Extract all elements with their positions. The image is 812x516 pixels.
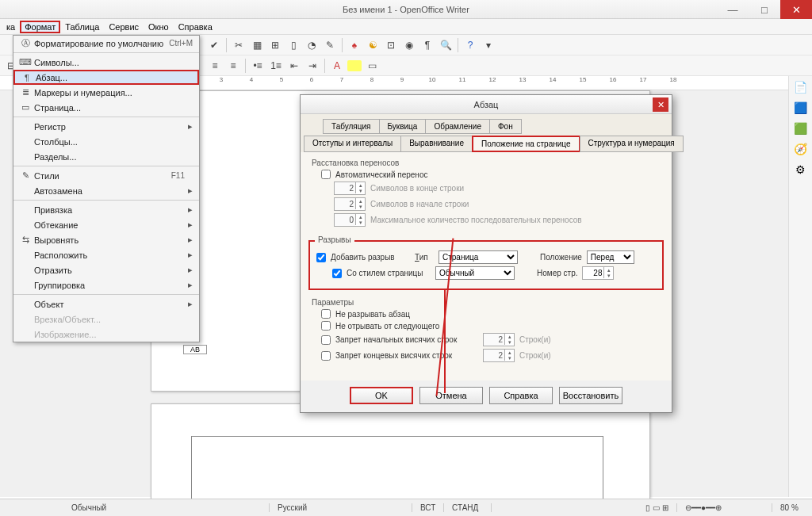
menu-tools[interactable]: Сервис [104,21,144,33]
keep-with-next-checkbox[interactable] [321,321,331,331]
menu-default-formatting[interactable]: Ⓐ Форматирование по умолчанию Ctrl+M [13,36,199,51]
list-number-icon[interactable]: 1≡ [268,58,284,74]
menu-item-icon: ▭ [17,102,34,113]
menu-item-12[interactable]: Расположить ▸ [13,247,199,262]
draw-icon[interactable]: ✎ [322,37,338,53]
nav-panel-icon[interactable]: 🧭 [793,143,809,159]
tab-outline[interactable]: Структура и нумерация [580,136,684,152]
menu-item-15[interactable]: Объект ▸ [13,296,199,312]
status-style[interactable]: Обычный [63,503,270,512]
more-icon[interactable]: ▾ [481,37,496,53]
zoom-slider[interactable]: ⊖━━●━━⊕ [677,503,772,512]
menu-item-3[interactable]: ▭ Страница... [13,100,199,115]
tab-tabs[interactable]: Табуляция [323,119,380,134]
close-button[interactable]: ✕ [780,0,812,19]
gallery-panel-icon[interactable]: 🟩 [793,122,809,138]
auto-hyphen-checkbox[interactable] [321,170,331,179]
table-icon[interactable]: ▦ [249,37,265,53]
status-lang[interactable]: Русский [270,503,412,512]
submenu-arrow-icon: ▸ [188,265,196,275]
status-ins[interactable]: ВСТ [412,503,444,512]
menu-item-2[interactable]: ≣ Маркеры и нумерация... [13,85,199,100]
menu-item-0[interactable]: ⌨ Символы... [13,55,199,70]
zoom-icon[interactable]: 🔍 [438,37,454,53]
chars-start-label: Символов в начале строки [370,200,469,208]
menu-format[interactable]: Формат [20,21,60,33]
menu-item-9[interactable]: Привязка ▸ [13,202,199,217]
menu-item-8[interactable]: Автозамена ▸ [13,183,199,198]
page-style-checkbox[interactable] [332,269,342,278]
chars-start-spinner[interactable]: ▴▾ [334,197,366,211]
abc-icon[interactable]: ✔ [206,37,222,53]
list-bullet-icon[interactable]: •≡ [250,58,266,74]
page-style-label: Со стилем страницы [347,269,431,277]
minimize-button[interactable]: — [717,0,749,19]
zoom-value[interactable]: 80 % [772,503,812,512]
menu-item-6[interactable]: Разделы... [13,149,199,164]
insert-break-checkbox[interactable] [316,253,326,262]
menu-item-10[interactable]: Обтекание ▸ [13,217,199,232]
menu-item-13[interactable]: Отразить ▸ [13,262,199,277]
pagenum-spinner[interactable]: ▴▾ [582,266,614,280]
keep-together-label: Не разрывать абзац [335,310,410,319]
indent-dec-icon[interactable]: ⇤ [286,58,302,74]
tab-borders[interactable]: Обрамление [425,119,490,134]
menu-item-14[interactable]: Группировка ▸ [13,277,199,292]
menu-table[interactable]: Таблица [60,21,104,33]
page-style-select[interactable]: Обычный [435,266,515,280]
menu-item-7[interactable]: ✎ Стили F11 [13,168,199,183]
help-icon[interactable]: ? [462,37,478,53]
widow-checkbox[interactable] [321,351,331,361]
columns-icon[interactable]: ▯ [285,37,301,53]
clear-format-icon: Ⓐ [17,37,34,49]
position-select[interactable]: Перед [587,250,634,264]
menu-window[interactable]: Окно [144,21,174,33]
orphan-checkbox[interactable] [321,335,331,345]
menu-item-11[interactable]: ⇆ Выровнять ▸ [13,232,199,247]
source-icon[interactable]: ◉ [401,37,417,53]
orphan-spinner[interactable]: ▴▾ [483,333,515,346]
widow-spinner[interactable]: ▴▾ [483,349,515,362]
nav-icon[interactable]: ☯ [365,37,381,53]
styles-panel-icon[interactable]: 🟦 [793,101,809,117]
gallery-icon[interactable]: ⊡ [383,37,399,53]
chars-end-spinner[interactable]: ▴▾ [334,182,366,195]
indent-inc-icon[interactable]: ⇥ [304,58,320,74]
tab-background[interactable]: Фон [489,119,522,134]
keep-together-checkbox[interactable] [321,309,331,319]
tab-dropcaps[interactable]: Буквица [379,119,427,134]
tab-indents[interactable]: Отступы и интервалы [304,136,401,152]
menu-item-1[interactable]: ¶ Абзац... [13,70,199,85]
menu-item-4[interactable]: Регистр ▸ [13,119,199,134]
max-hyphen-spinner[interactable]: ▴▾ [334,213,366,227]
grid-icon[interactable]: ⊞ [267,37,283,53]
menu-item-5[interactable]: Столбцы... [13,134,199,149]
keep-with-next-label: Не отрывать от следующего [335,322,439,331]
chart-icon[interactable]: ◔ [304,37,320,53]
view-icons[interactable]: ▯ ▭ ⊞ [638,503,677,512]
menu-cut[interactable]: ка [2,21,20,33]
help-button[interactable]: Справка [489,387,553,404]
tab-textflow[interactable]: Положение на странице [472,136,580,152]
find-icon[interactable]: ♠ [347,37,362,53]
status-std[interactable]: СТАНД [444,503,492,512]
menu-help[interactable]: Справка [174,21,217,33]
ok-button[interactable]: OK [350,387,413,404]
dialog-close-button[interactable]: ✕ [653,97,668,112]
highlight-icon[interactable] [347,60,362,71]
prop-icon[interactable]: 📄 [793,81,809,97]
submenu-arrow-icon: ▸ [188,204,196,215]
func-panel-icon[interactable]: ⚙ [793,163,809,179]
nonprint-icon[interactable]: ¶ [419,37,435,53]
maximize-button[interactable]: □ [749,0,780,19]
fontcolor-icon[interactable]: A [329,58,345,74]
cut-icon[interactable]: ✂ [231,37,247,53]
menubar: ка Формат Таблица Сервис Окно Справка [0,19,812,35]
align-justify-icon[interactable]: ≡ [225,58,241,74]
reset-button[interactable]: Восстановить [559,387,622,404]
tab-alignment[interactable]: Выравнивание [400,136,473,152]
menu-item-label: Разделы... [34,152,185,162]
cancel-button[interactable]: Отмена [419,387,483,404]
align-right-icon[interactable]: ≡ [207,58,223,74]
bgcolor-icon[interactable]: ▭ [364,58,380,74]
